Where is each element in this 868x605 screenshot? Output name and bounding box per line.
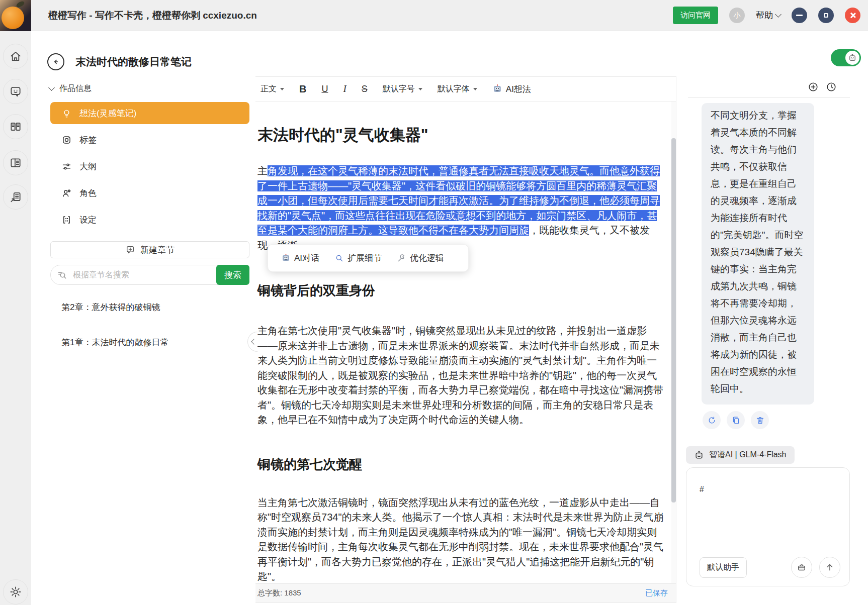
ai-chat-label: AI对话 (294, 252, 319, 264)
ai-input-card: # 默认助手 (686, 467, 850, 586)
close-button[interactable] (845, 8, 860, 23)
editor-panel: 正文 B U I S 默认字号 默认字体 AI想法 末法时代的"灵气收集器" 主… (253, 76, 676, 603)
model-label: 智谱AI | GLM-4-Flash (709, 450, 787, 460)
editor-toolbar: 正文 B U I S 默认字号 默认字体 AI想法 (253, 77, 676, 102)
library-icon (9, 120, 22, 133)
menu-item-characters[interactable]: 角色 (50, 182, 249, 204)
delete-icon (755, 416, 765, 425)
chapter-list-item[interactable]: 第1章：末法时代的散修日常 (61, 337, 168, 348)
ai-message-bubble: 不同文明分支，掌握着灵气本质的不同解读。每次主角与他们共鸣，不仅获取信息，更是在… (702, 103, 814, 405)
add-note-icon (125, 245, 135, 255)
send-button[interactable] (819, 557, 840, 578)
rail-float-window-button[interactable] (3, 184, 28, 210)
work-info-menu: 想法(灵感笔记) 标签 大纲 角色 设定 (50, 102, 249, 235)
text-unselected: 主 (257, 165, 268, 176)
caret-down-icon (418, 88, 422, 92)
section-heading: 铜镜的第七次觉醒 (257, 456, 669, 473)
rail-feedback-button[interactable] (3, 79, 28, 104)
menu-item-label: 想法(灵感笔记) (79, 108, 136, 119)
font-size-dropdown[interactable]: 默认字号 (383, 84, 422, 94)
rail-home-button[interactable] (3, 44, 28, 69)
menu-item-outline[interactable]: 大纲 (50, 155, 249, 177)
app-logo (0, 0, 31, 31)
app-title: 橙橙写作 - 写作不卡壳，橙橙帮你剥 ccxiezuo.cn (48, 9, 257, 22)
paragraph-style-dropdown[interactable]: 正文 (261, 84, 284, 94)
help-menu[interactable]: 帮助 (756, 10, 780, 21)
delete-button[interactable] (751, 411, 769, 429)
user-avatar[interactable]: 小 (729, 8, 745, 23)
robot-icon (281, 253, 291, 263)
caret-down-icon (280, 88, 284, 92)
refresh-icon (707, 416, 717, 425)
chevron-down-icon (775, 11, 782, 18)
search-filter-icon (57, 269, 68, 280)
robot-icon (848, 53, 857, 62)
expand-detail-action[interactable]: 扩展细节 (334, 252, 382, 264)
saved-status[interactable]: 已保存 (645, 588, 668, 598)
maximize-icon (824, 13, 828, 18)
bulb-icon (61, 108, 72, 119)
section-paragraph: 主角在第七次使用"灵气收集器"时，铜镜突然显现出从未见过的纹路，并投射出一道虚影… (257, 324, 666, 428)
ai-panel-header-actions (808, 81, 837, 92)
back-arrow-icon (51, 57, 60, 66)
ai-ideas-label: AI想法 (506, 83, 531, 95)
plus-circle-icon[interactable] (808, 81, 819, 92)
regenerate-button[interactable] (703, 411, 721, 429)
visit-site-button[interactable]: 访问官网 (673, 7, 718, 24)
paragraph-style-value: 正文 (261, 84, 277, 94)
rail-settings-button[interactable] (3, 579, 28, 604)
font-size-value: 默认字号 (383, 84, 415, 94)
italic-button[interactable]: I (343, 83, 346, 94)
ai-panel-divider (688, 97, 850, 98)
work-info-label: 作品信息 (59, 83, 92, 94)
model-selector[interactable]: 智谱AI | GLM-4-Flash (686, 446, 795, 464)
chapter-search: 搜索 (50, 265, 249, 285)
editor-scrollbar[interactable] (671, 102, 676, 583)
menu-item-label: 角色 (79, 187, 97, 199)
copy-button[interactable] (727, 411, 745, 429)
font-family-value: 默认字体 (438, 84, 470, 94)
chapter-list-item[interactable]: 第2章：意外获得的破铜镜 (61, 301, 160, 313)
default-assistant-button[interactable]: 默认助手 (700, 557, 747, 578)
optimize-logic-action[interactable]: 优化逻辑 (397, 252, 444, 264)
search-button[interactable]: 搜索 (216, 265, 249, 285)
rail-library-button[interactable] (3, 114, 28, 139)
work-info-toggle[interactable]: 作品信息 (49, 83, 92, 94)
new-chapter-label: 新建章节 (140, 244, 175, 256)
orange-leaf-icon (16, 0, 25, 8)
section-paragraph: 当主角第七次激活铜镜时，镜面突然浮现出从未有过的蓝色光纹，一道虚影从中走出——自… (257, 495, 666, 584)
rail-reader-button[interactable] (3, 150, 28, 175)
document-title: 末法时代的"灵气收集器" (257, 125, 669, 146)
minimize-button[interactable] (792, 8, 807, 23)
ai-ideas-button[interactable]: AI想法 (492, 83, 531, 95)
toolbox-button[interactable] (791, 557, 812, 578)
ai-chat-action[interactable]: AI对话 (281, 252, 319, 264)
menu-item-ideas[interactable]: 想法(灵感笔记) (50, 102, 249, 124)
chevron-down-icon (48, 84, 55, 91)
menu-item-settings[interactable]: 设定 (50, 209, 249, 231)
float-window-icon (9, 190, 22, 204)
ai-toggle-switch[interactable] (831, 49, 861, 66)
maximize-button[interactable] (818, 8, 834, 23)
send-up-icon (825, 562, 835, 572)
settings-gear-icon (9, 585, 22, 598)
home-icon (9, 50, 22, 63)
paragraph-with-selection: 主角发现，在这个灵气稀薄的末法时代，普通修真者无法直接吸收天地灵气。而他意外获得… (257, 164, 666, 253)
setting-grid-icon (61, 215, 72, 225)
bold-button[interactable]: B (299, 83, 306, 95)
underline-button[interactable]: U (321, 84, 328, 94)
section-heading: 铜镜背后的双重身份 (257, 282, 669, 299)
editor-content[interactable]: 末法时代的"灵气收集器" 主角发现，在这个灵气稀薄的末法时代，普通修真者无法直接… (253, 102, 676, 584)
strikethrough-button[interactable]: S (362, 84, 368, 94)
left-icon-rail (0, 31, 31, 605)
tag-icon (61, 135, 72, 145)
menu-item-tags[interactable]: 标签 (50, 129, 249, 151)
outline-sliders-icon (61, 161, 72, 172)
font-family-dropdown[interactable]: 默认字体 (438, 84, 477, 94)
robot-icon (694, 450, 704, 460)
back-button[interactable] (47, 53, 64, 70)
scrollbar-thumb[interactable] (671, 138, 676, 502)
ai-input-field[interactable]: # (700, 485, 839, 530)
history-icon[interactable] (826, 81, 837, 92)
new-chapter-button[interactable]: 新建章节 (50, 241, 249, 258)
